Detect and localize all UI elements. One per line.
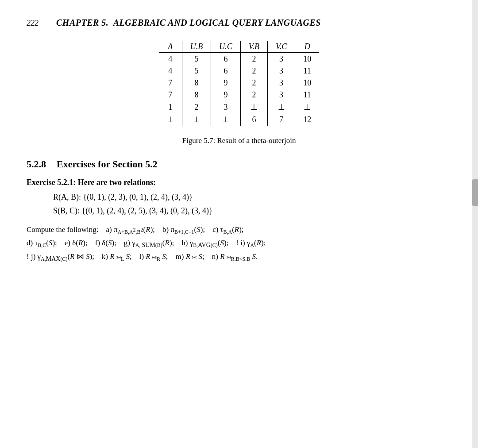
table-cell: 6 bbox=[211, 53, 241, 65]
table-cell: 2 bbox=[240, 53, 267, 65]
figure-container: A U.B U.C V.B V.C D 45623104562311789231… bbox=[27, 41, 451, 145]
col-header-D: D bbox=[295, 41, 320, 53]
table-cell: 7 bbox=[268, 113, 295, 126]
table-cell: ⊥ bbox=[268, 101, 295, 113]
table-cell: 11 bbox=[295, 89, 320, 101]
table-cell: 3 bbox=[268, 89, 295, 101]
table-cell: 8 bbox=[182, 77, 211, 89]
relation-R: R(A, B): {(0, 1), (2, 3), (0, 1), (2, 4)… bbox=[53, 193, 451, 202]
col-header-A: A bbox=[159, 41, 182, 53]
table-cell: 10 bbox=[295, 77, 320, 89]
table-cell: 10 bbox=[295, 53, 320, 65]
compute-line-2: d) τB,C(S); e) δ(R); f) δ(S); g) γA, SUM… bbox=[27, 237, 451, 251]
table-cell: ⊥ bbox=[240, 101, 267, 113]
chapter-title: CHAPTER 5. ALGEBRAIC AND LOGICAL QUERY L… bbox=[56, 18, 321, 28]
table-cell: ⊥ bbox=[295, 101, 320, 113]
compute-line-3: ! j) γA,MAX(C)(R ⋈ S); k) R ⟕L S; l) R ⟖… bbox=[27, 251, 451, 264]
table-cell: 4 bbox=[159, 65, 182, 77]
col-header-VC: V.C bbox=[268, 41, 295, 53]
scrollbar-track[interactable] bbox=[472, 0, 478, 448]
page-header: 222 CHAPTER 5. ALGEBRAIC AND LOGICAL QUE… bbox=[27, 18, 451, 28]
col-header-VB: V.B bbox=[240, 41, 267, 53]
col-header-UC: U.C bbox=[211, 41, 241, 53]
table-cell: ⊥ bbox=[159, 113, 182, 126]
table-cell: 12 bbox=[295, 113, 320, 126]
result-table: A U.B U.C V.B V.C D 45623104562311789231… bbox=[159, 41, 319, 126]
table-cell: 9 bbox=[211, 89, 241, 101]
table-cell: 5 bbox=[182, 65, 211, 77]
table-cell: 3 bbox=[268, 53, 295, 65]
relation-S: S(B, C): {(0, 1), (2, 4), (2, 5), (3, 4)… bbox=[53, 206, 451, 216]
table-cell: 1 bbox=[159, 101, 182, 113]
table-cell: 2 bbox=[240, 65, 267, 77]
table-cell: 9 bbox=[211, 77, 241, 89]
table-cell: 8 bbox=[182, 89, 211, 101]
table-cell: 2 bbox=[240, 89, 267, 101]
table-cell: ⊥ bbox=[211, 113, 241, 126]
table-cell: 6 bbox=[240, 113, 267, 126]
table-cell: 5 bbox=[182, 53, 211, 65]
table-cell: 6 bbox=[211, 65, 241, 77]
page-number: 222 bbox=[27, 19, 39, 28]
section-heading: 5.2.8Exercises for Section 5.2 bbox=[27, 158, 451, 170]
table-cell: 11 bbox=[295, 65, 320, 77]
table-cell: 7 bbox=[159, 77, 182, 89]
scrollbar-thumb[interactable] bbox=[472, 179, 478, 206]
table-cell: 7 bbox=[159, 89, 182, 101]
table-cell: 2 bbox=[240, 77, 267, 89]
figure-caption: Figure 5.7: Result of a theta-outerjoin bbox=[182, 136, 296, 145]
col-header-UB: U.B bbox=[182, 41, 211, 53]
table-cell: 3 bbox=[211, 101, 241, 113]
table-cell: 2 bbox=[182, 101, 211, 113]
compute-block: Compute the following: a) πA+B,A2,B2(R);… bbox=[27, 224, 451, 264]
table-cell: 4 bbox=[159, 53, 182, 65]
table-cell: 3 bbox=[268, 77, 295, 89]
exercise-label: Exercise 5.2.1: Here are two relations: bbox=[27, 178, 451, 187]
table-cell: ⊥ bbox=[182, 113, 211, 126]
table-cell: 3 bbox=[268, 65, 295, 77]
compute-line-1: Compute the following: a) πA+B,A2,B2(R);… bbox=[27, 224, 451, 237]
